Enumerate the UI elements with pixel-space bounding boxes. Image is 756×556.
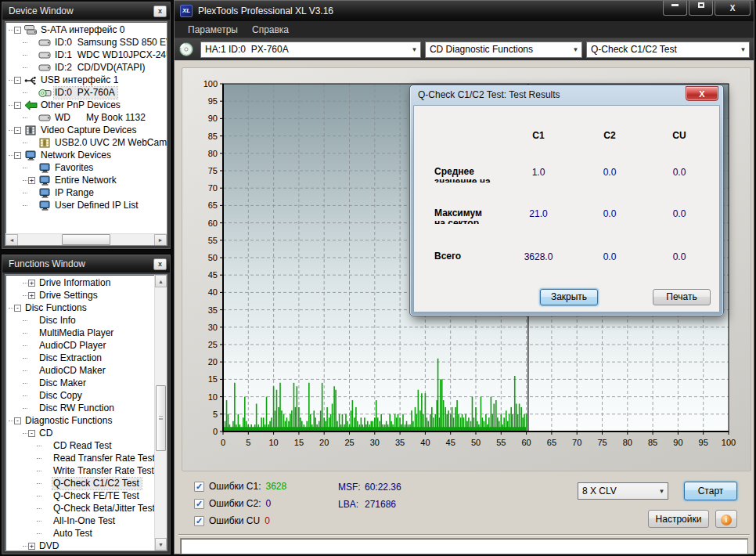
expand-icon[interactable]: + — [28, 177, 35, 184]
tree-item-label: Favorites — [54, 162, 95, 174]
y-tick-label: 60 — [208, 218, 218, 228]
functions-item-disc-copy[interactable]: Disc Copy — [5, 389, 154, 402]
scrollbar-track[interactable] — [18, 234, 154, 245]
collapse-icon[interactable]: - — [14, 127, 21, 134]
device-item-video-capture-devices[interactable]: -Video Capture Devices — [5, 124, 167, 136]
dialog-print-button[interactable]: Печать — [653, 289, 711, 305]
collapse-icon[interactable]: - — [28, 430, 35, 437]
functions-item-disc-extraction[interactable]: Disc Extraction — [5, 352, 154, 364]
dialog-titlebar: Q-Check C1/C2 Test: Test Results X — [410, 85, 723, 104]
functions-item-multimedia-player[interactable]: MultiMedia Player — [5, 327, 154, 339]
chevron-down-icon[interactable]: ▼ — [570, 46, 581, 53]
device-item-id-0-px-760a[interactable]: ID:0 PX-760A — [5, 86, 167, 99]
functions-item-audiocd-maker[interactable]: AudioCD Maker — [5, 364, 154, 377]
functions-tree-vscrollbar[interactable]: ▲ ▼ — [154, 275, 167, 551]
maximize-icon[interactable] — [689, 1, 713, 16]
msf-readout: MSF: 60:22.36 — [338, 482, 401, 493]
qcheck-results-dialog: Q-Check C1/C2 Test: Test Results X C1 C2… — [409, 85, 724, 316]
chevron-down-icon[interactable]: ▼ — [737, 46, 749, 53]
functions-item-all-in-one-test[interactable]: All-In-One Test — [5, 514, 154, 527]
device-item-ip-range[interactable]: IP Range — [5, 186, 167, 199]
device-item-id-0-samsung-ssd-850-evo[interactable]: ID:0 Samsung SSD 850 EVO — [5, 36, 167, 49]
scroll-left-icon[interactable]: ◄ — [5, 234, 18, 246]
checkbox-checked-icon[interactable]: ✓ — [194, 499, 204, 509]
msf-value: 60:22.36 — [365, 482, 401, 493]
expand-icon[interactable]: + — [28, 543, 35, 550]
device-item-entire-network[interactable]: +Entire Network — [5, 174, 167, 186]
functions-item-audiocd-player[interactable]: AudioCD Player — [5, 339, 154, 352]
collapse-icon[interactable]: - — [14, 305, 21, 312]
functions-item-q-check-beta-jitter-test[interactable]: Q-Check Beta/Jitter Test — [5, 502, 154, 514]
device-item-id-1-wdc-wd10jpcx-24ue[interactable]: ID:1 WDC WD10JPCX-24UE — [5, 49, 167, 61]
checkbox-checked-icon[interactable]: ✓ — [194, 482, 204, 492]
collapse-icon[interactable]: - — [14, 102, 21, 109]
info-button[interactable]: i — [715, 510, 737, 528]
device-item-id-2-cd-dvd-atapi[interactable]: ID:2 CD/DVD(ATAPI) — [5, 61, 167, 74]
collapse-icon[interactable]: - — [14, 152, 21, 159]
functions-item-read-transfer-rate-test[interactable]: Read Transfer Rate Test — [5, 452, 154, 464]
scroll-up-icon[interactable]: ▲ — [155, 275, 167, 287]
dialog-close-icon[interactable]: X — [686, 86, 718, 101]
close-icon[interactable]: X — [715, 1, 751, 16]
device-window-close-icon[interactable]: x — [153, 5, 167, 17]
device-item-wd-my-book-1132[interactable]: WD My Book 1132 — [5, 111, 167, 124]
expand-icon[interactable]: + — [28, 280, 35, 287]
functions-item-dvd[interactable]: +DVD — [5, 540, 154, 551]
minimize-icon[interactable] — [663, 1, 687, 16]
settings-button[interactable]: Настройки — [648, 510, 709, 528]
functions-item-drive-settings[interactable]: +Drive Settings — [5, 289, 154, 301]
y-tick-label: 15 — [208, 374, 218, 384]
device-item-favorites[interactable]: Favorites — [5, 161, 167, 174]
scrollbar-thumb[interactable] — [156, 385, 166, 451]
chevron-down-icon[interactable]: ▼ — [409, 46, 420, 53]
functions-item-cd-read-test[interactable]: CD Read Test — [5, 439, 154, 452]
start-button[interactable]: Старт — [684, 482, 737, 500]
scroll-right-icon[interactable]: ► — [154, 234, 167, 246]
device-item-usb-интерфейс-1[interactable]: -USB интерфейс 1 — [5, 74, 167, 86]
device-item-s-ata-интерфейс-0[interactable]: -S-ATA интерфейс 0 — [5, 23, 167, 36]
functions-item-disc-functions[interactable]: -Disc Functions — [5, 301, 154, 314]
function-select[interactable]: Q-Check C1/C2 Test ▼ — [586, 42, 750, 58]
drive-select[interactable]: HA:1 ID:0 PX-760A ▼ — [200, 42, 421, 58]
collapse-icon[interactable]: - — [14, 77, 21, 84]
value-maximum-c2: 0.0 — [586, 208, 633, 219]
functions-item-cd[interactable]: -CD — [5, 427, 154, 439]
menu-item-parameters[interactable]: Параметры — [181, 22, 245, 38]
functions-item-auto-test[interactable]: Auto Test — [5, 527, 154, 540]
tree-item-label: Video Capture Devices — [40, 125, 139, 136]
device-item-user-defined-ip-list[interactable]: User Defined IP List — [5, 199, 167, 211]
tree-connector — [37, 508, 41, 509]
scrollbar-thumb[interactable] — [62, 234, 111, 245]
device-item-usb2-0-uvc-2m-webcam[interactable]: USB2.0 UVC 2M WebCam — [5, 136, 167, 149]
functions-item-q-check-fe-te-test[interactable]: Q-Check FE/TE Test — [5, 489, 154, 502]
functions-item-write-transfer-rate-test[interactable]: Write Transfer Rate Test — [5, 464, 154, 477]
device-item-other-pnp-devices[interactable]: -Other PnP Devices — [5, 99, 167, 111]
dialog-close-button[interactable]: Закрыть — [540, 289, 598, 305]
functions-item-diagnostic-functions[interactable]: -Diagnostic Functions — [5, 414, 154, 427]
expand-icon[interactable]: + — [28, 292, 35, 299]
chevron-down-icon[interactable]: ▼ — [656, 488, 668, 495]
functions-item-q-check-c1-c2-test[interactable]: Q-Check C1/C2 Test — [5, 477, 154, 489]
x-tick-label: 5 — [246, 438, 250, 447]
functions-item-disc-maker[interactable]: Disc Maker — [5, 377, 154, 389]
checkbox-errors-c2[interactable]: ✓ Ошибки C2: 0 — [194, 498, 271, 509]
scroll-down-icon[interactable]: ▼ — [155, 538, 167, 551]
checkbox-errors-cu[interactable]: ✓ Ошибки CU 0 — [194, 515, 270, 526]
functions-window-close-icon[interactable]: x — [153, 258, 167, 270]
functions-item-drive-information[interactable]: +Drive Information — [5, 276, 154, 289]
functions-item-disc-info[interactable]: Disc Info — [5, 314, 154, 327]
tree-connector — [23, 546, 27, 547]
collapse-icon[interactable]: - — [14, 417, 21, 424]
functions-item-disc-rw-function[interactable]: Disc RW Function — [5, 402, 154, 414]
device-tree-hscrollbar[interactable]: ◄ ► — [5, 233, 167, 245]
checkbox-checked-icon[interactable]: ✓ — [194, 516, 204, 526]
checkbox-errors-c1[interactable]: ✓ Ошибки C1: 3628 — [194, 481, 286, 492]
category-select[interactable]: CD Diagnostic Functions ▼ — [425, 42, 582, 58]
menu-item-help[interactable]: Справка — [245, 22, 296, 38]
toolbar: HA:1 ID:0 PX-760A ▼ CD Diagnostic Functi… — [175, 38, 754, 60]
x-tick-label: 35 — [395, 438, 405, 447]
speed-select[interactable]: 8 X CLV ▼ — [578, 482, 668, 500]
tree-item-label: Disc Extraction — [38, 352, 104, 364]
device-item-network-devices[interactable]: -Network Devices — [5, 149, 167, 161]
collapse-icon[interactable]: - — [14, 27, 21, 34]
